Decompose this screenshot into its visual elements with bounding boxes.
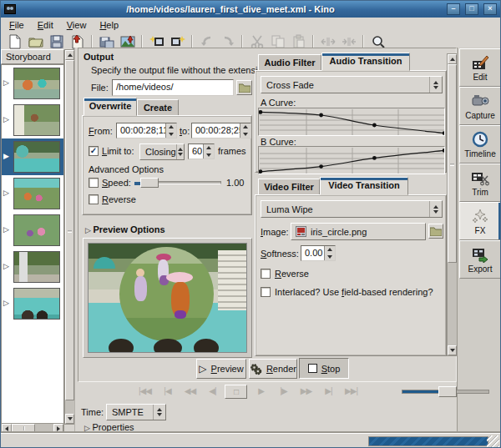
speed-slider-thumb[interactable] [140,178,159,188]
preview-button-label: Preview [211,364,244,374]
tab-audio-filter[interactable]: Audio Filter [258,54,321,71]
toolbar-separator [91,35,93,49]
transport-stop-button[interactable]: □ [225,385,247,399]
arrow-up-icon [169,125,174,128]
thumb-grip [68,230,72,233]
softness-spinner[interactable]: 0.00 [301,245,336,261]
spinner-buttons[interactable] [165,123,176,138]
foreground-head [194,339,219,353]
next-scene-button[interactable]: ▶| [318,385,339,399]
clock-icon [472,131,488,148]
clip-play-icon: ▷ [3,225,9,234]
spinner-buttons[interactable] [324,246,335,260]
tab-video-transition[interactable]: Video Transition [320,177,408,195]
file-browse-button[interactable] [236,80,252,95]
scrollbar-thumb[interactable] [12,424,35,433]
menu-view[interactable]: View [61,19,93,32]
scroll-down-button[interactable] [65,414,74,424]
b-curve-graph[interactable] [258,146,445,174]
go-end-button[interactable]: ▶▶| [341,385,362,399]
audio-transition-combo[interactable]: Cross Fade [261,76,443,93]
combo-arrows-icon [429,77,442,93]
video-transition-pane: Luma Wipe Image: iris_circle.png Softnes… [255,194,447,356]
scrollbar-thumb[interactable] [448,64,457,263]
prev-scene-button[interactable]: |◀ [157,385,178,399]
volume-slider-thumb[interactable] [438,386,457,397]
open-file-button[interactable] [25,33,46,51]
limit-checkbox[interactable] [89,146,99,156]
storyboard-item-1[interactable]: ▷ [2,65,63,102]
preview-button[interactable]: ▷ Preview [196,359,246,379]
storyboard-item-7[interactable]: ▷ [2,285,63,322]
menu-file[interactable]: File [3,19,30,32]
arrow-right-icon [57,426,60,431]
combo-arrows-icon [176,144,184,159]
fx-panel: Output Specify the output file without t… [78,48,457,382]
scroll-up-button[interactable] [65,50,74,60]
mode-tab-trim[interactable]: Trim [459,164,501,202]
new-file-button[interactable] [4,33,25,51]
tab-overwrite[interactable]: Overwrite [84,98,137,116]
storyboard-item-3[interactable]: ▶ [2,138,63,175]
render-button[interactable]: Render [249,359,297,379]
image-select-button[interactable]: iris_circle.png [291,223,426,240]
window-title: /home/videos/lauren_first_dive_meet.xml … [19,4,442,14]
toolbar-separator [141,35,143,49]
spinner-buttons[interactable] [203,144,214,159]
menu-help[interactable]: Help [94,19,124,32]
mode-tab-fx[interactable]: FX [459,202,501,240]
from-time-spinner[interactable]: 00:00:28;11 [116,123,177,138]
tab-audio-transition[interactable]: Audio Transition [321,53,410,71]
limit-label: Limit to: [102,146,134,156]
storyboard-item-4[interactable]: ▷ [2,175,63,212]
interlaced-checkbox[interactable] [261,287,271,297]
fast-forward-button[interactable]: ▶▶ [296,385,316,399]
save-file-button[interactable] [46,33,67,51]
minimize-button[interactable]: – [447,3,460,15]
time-format-combo[interactable]: SMPTE [106,404,166,420]
mode-tab-timeline[interactable]: Timeline [459,125,501,164]
reverse-checkbox[interactable] [89,194,99,204]
storyboard-item-5[interactable]: ▷ [2,212,63,249]
mode-tab-export[interactable]: Export [459,240,501,279]
mode-tab-capture[interactable]: Capture [459,87,501,125]
clip-play-icon: ▷ [3,78,9,87]
tab-video-filter[interactable]: Video Filter [258,179,320,195]
video-reverse-checkbox[interactable] [261,269,271,279]
menu-edit[interactable]: Edit [32,19,59,32]
storyboard-item-2[interactable]: ▷ [2,102,63,138]
rewind-button[interactable]: ◀◀ [180,385,200,399]
storyboard-item-6[interactable]: ▷ [2,249,63,285]
image-browse-button[interactable] [428,224,443,239]
video-transition-combo[interactable]: Luma Wipe [261,200,443,218]
folder-icon [430,227,442,236]
scroll-down-button[interactable] [448,345,457,355]
tab-create[interactable]: Create [137,99,179,116]
resize-grip-icon[interactable] [487,435,499,448]
maximize-button[interactable]: □ [465,3,478,15]
frame-forward-button[interactable]: |▶ [273,385,294,399]
scroll-up-button[interactable] [448,54,457,64]
scroll-right-button[interactable] [53,424,63,433]
mode-tab-edit[interactable]: Edit [459,48,501,87]
speed-checkbox[interactable] [89,178,99,188]
a-curve-graph[interactable] [258,108,445,136]
preview-options-expander[interactable]: ▷ Preview Options [85,224,165,234]
stop-button[interactable]: Stop [299,358,349,379]
scroll-left-button[interactable] [2,424,12,433]
close-button[interactable]: × [483,3,497,15]
limit-mode-combo[interactable]: Closing [139,143,185,160]
preview-frame [83,238,252,358]
scrollbar-thumb[interactable] [65,60,74,400]
go-start-button[interactable]: |◀◀ [134,385,155,399]
properties-expander[interactable]: ▷ Properties [84,422,134,432]
file-input[interactable]: /home/videos/ [112,79,234,96]
limit-frames-spinner[interactable]: 60 [188,143,215,159]
play-button[interactable]: ▶ [250,385,271,399]
spinner-buttons[interactable] [240,123,250,138]
to-time-spinner[interactable]: 00:00:28;25 [191,123,251,138]
clip-thumbnail [13,251,60,283]
frame-back-button[interactable]: ◀| [202,385,223,399]
toolbar-separator [241,35,243,49]
arrow-down-icon [450,349,455,352]
